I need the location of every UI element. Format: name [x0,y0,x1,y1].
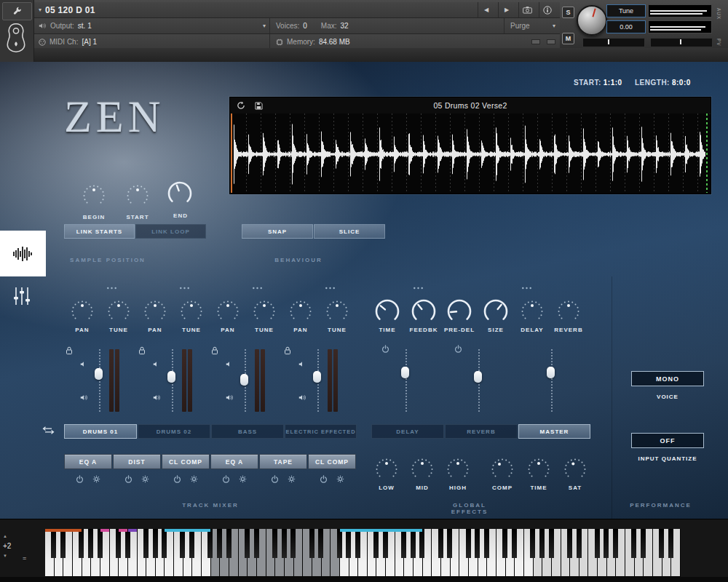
black-key[interactable] [60,529,66,558]
black-key[interactable] [355,529,360,558]
link-loop-button[interactable]: LINK LOOP [135,224,206,239]
reverb-size-knob[interactable] [481,297,510,329]
reverb-power-icon[interactable] [454,345,462,353]
fx-tab-delay[interactable]: DELAY [371,424,444,439]
pan-strip-left[interactable] [582,38,645,47]
track-tab-bass[interactable]: BASS [211,424,284,439]
info-button[interactable] [539,2,555,17]
black-key[interactable] [668,529,673,558]
gear-icon[interactable] [190,475,198,483]
more-dots-icon[interactable] [413,287,424,290]
black-key[interactable] [88,529,93,558]
pan-knob[interactable] [70,299,95,327]
lock-icon[interactable] [211,346,218,355]
black-key[interactable] [595,529,600,558]
volume-slider[interactable] [167,371,175,383]
next-instrument-button[interactable]: ▶ [498,2,515,17]
gear-icon[interactable] [92,475,100,483]
begin-knob[interactable] [82,183,106,211]
power-icon[interactable] [76,475,84,483]
reverb-slider[interactable] [474,371,482,383]
black-key[interactable] [604,529,609,558]
input-quantize-off-button[interactable]: OFF [631,433,704,448]
pan-knob[interactable] [288,299,313,327]
slice-button[interactable]: SLICE [314,224,385,239]
black-key[interactable] [539,529,545,558]
gear-icon[interactable] [239,475,247,483]
black-key[interactable] [401,529,406,558]
previous-instrument-button[interactable]: ◀ [478,2,494,17]
gear-icon[interactable] [336,475,344,483]
fx-slot-dist[interactable]: DIST [113,454,161,469]
delay-amount-knob[interactable] [520,299,545,327]
black-key[interactable] [641,529,646,558]
black-key[interactable] [153,529,158,558]
black-key[interactable] [549,529,554,558]
fx-slot-cl-comp-2[interactable]: CL COMP [308,454,356,469]
black-key[interactable] [290,529,296,558]
black-key[interactable] [189,529,194,558]
aux-label[interactable]: AUX [716,8,721,20]
start-knob[interactable] [125,183,150,211]
link-starts-button[interactable]: LINK STARTS [64,224,135,239]
tune-value-box[interactable]: 0.00 [606,20,646,33]
keyboard-drag-handle[interactable]: = [23,554,26,562]
black-key[interactable] [116,529,121,558]
mono-button[interactable]: MONO [631,371,704,386]
black-key[interactable] [309,529,314,558]
black-key[interactable] [484,529,489,558]
black-key[interactable] [438,529,443,558]
mixer-page-icon[interactable] [13,286,31,306]
more-dots-icon[interactable] [325,287,336,290]
black-key[interactable] [282,529,287,558]
snapshot-view-button[interactable] [518,2,535,17]
reverb-amount-knob[interactable] [556,299,581,327]
fx-slot-tape[interactable]: TAPE [259,454,307,469]
black-key[interactable] [373,529,379,558]
instrument-dropdown-caret[interactable]: ▾ [39,7,41,13]
black-key[interactable] [180,529,185,558]
fx-slot-eq-a-2[interactable]: EQ A [210,454,258,469]
track-tab-electric-effected[interactable]: ELECTRIC EFFECTED [285,424,357,439]
black-key[interactable] [272,529,277,558]
track-tab-drums-01[interactable]: DRUMS 01 [64,424,137,439]
end-knob[interactable] [165,179,194,211]
black-key[interactable] [207,529,213,558]
black-key[interactable] [98,529,103,558]
volume-slider[interactable] [240,374,248,386]
black-key[interactable] [466,529,471,558]
black-key[interactable] [125,529,130,558]
black-key[interactable] [79,529,84,558]
power-icon[interactable] [271,475,279,483]
fx-slot-eq-a-1[interactable]: EQ A [64,454,112,469]
black-key[interactable] [162,529,167,558]
lock-icon[interactable] [66,346,73,355]
black-key[interactable] [502,529,507,558]
swap-tracks-icon[interactable] [42,426,55,434]
solo-button[interactable]: S [562,7,574,18]
delay-time-knob[interactable] [373,297,402,329]
sat-knob[interactable] [563,457,587,485]
black-key[interactable] [411,529,416,558]
more-dots-icon[interactable] [179,287,190,290]
black-key[interactable] [318,529,323,558]
tune-knob[interactable] [325,299,349,327]
fx-tab-master[interactable]: MASTER [518,424,590,439]
black-key[interactable] [51,529,56,558]
instrument-title[interactable]: 05 120 D 01 [45,5,95,15]
volume-slider[interactable] [95,368,103,380]
tune-knob[interactable] [106,299,131,327]
edit-instrument-button[interactable] [2,2,32,20]
pan-knob[interactable] [143,299,167,327]
black-key[interactable] [577,529,582,558]
lock-icon[interactable] [138,346,146,355]
black-key[interactable] [383,529,388,558]
master-tune-knob[interactable] [577,5,607,36]
output-dropdown-caret[interactable]: ▾ [263,23,266,29]
keyboard-scroll-up[interactable]: ▲ [3,534,22,538]
black-key[interactable] [512,529,517,558]
time-knob[interactable] [526,457,551,485]
master-slider[interactable] [547,367,555,378]
black-key[interactable] [217,529,222,558]
output-select[interactable]: Output: st. 1 ▾ [39,18,266,33]
